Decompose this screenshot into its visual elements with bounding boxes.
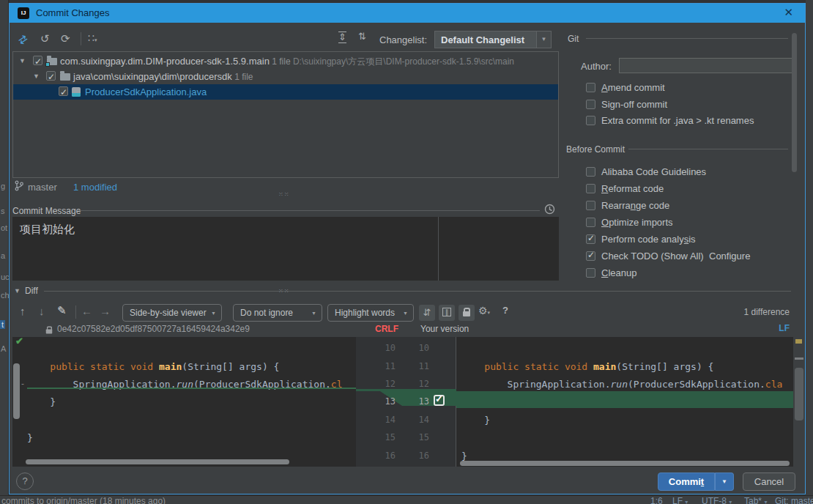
revision-hash: 0e42c07582e2d05df87500727a16459424a342e9: [57, 324, 250, 334]
configure-link[interactable]: Configure: [709, 251, 750, 262]
warning-stripe-marker[interactable]: [795, 339, 802, 344]
code-line: }: [27, 429, 356, 447]
code-line: }: [27, 393, 356, 411]
help-icon[interactable]: ?: [502, 305, 508, 316]
statusbar-indent[interactable]: Tab* ▾: [744, 496, 767, 504]
group-by-icon[interactable]: ∷▾: [88, 32, 97, 44]
intellij-logo-icon: IJ: [18, 7, 29, 19]
chevron-expanded-icon[interactable]: ▼: [19, 53, 26, 69]
ide-statusbar: commits to origin/master (18 minutes ago…: [0, 495, 813, 504]
expand-all-icon[interactable]: ⇕: [338, 32, 346, 43]
module-path: D:\suixingpay\方云项目\DIM-producer-sdk-1.5.…: [293, 56, 514, 67]
include-change-checkbox[interactable]: [434, 395, 445, 406]
checkbox[interactable]: [586, 201, 595, 210]
statusbar-caret-position[interactable]: 1:6: [650, 496, 663, 504]
left-editor-vertical-scrollbar[interactable]: [13, 363, 20, 419]
checkbox[interactable]: [586, 167, 595, 177]
include-checkbox[interactable]: [33, 56, 42, 65]
checkbox[interactable]: [586, 83, 595, 92]
right-panel-scrollbar[interactable]: [792, 33, 797, 172]
commit-dropdown-button[interactable]: ▼: [715, 472, 734, 491]
package-label: java\com\suixingpay\dim\producersdk: [73, 71, 232, 82]
checkbox-checked[interactable]: [586, 234, 595, 244]
error-stripe: [793, 337, 805, 467]
tree-row-package[interactable]: ▼ java\com\suixingpay\dim\producersdk 1 …: [13, 69, 558, 84]
code-line: public static void main(String[] args) {: [461, 357, 793, 376]
right-line-number: 12: [407, 375, 429, 393]
statusbar-message: commits to origin/master (18 minutes ago…: [1, 496, 166, 504]
checkbox[interactable]: [586, 184, 595, 193]
two-columns-view-icon[interactable]: ∥: [439, 305, 455, 321]
settings-gear-icon[interactable]: ⚙▾: [478, 305, 490, 316]
left-editor-horizontal-scrollbar[interactable]: [26, 459, 289, 464]
changelist-dropdown[interactable]: Default Changelist ▼: [434, 31, 552, 48]
right-editor-vertical-scrollbar[interactable]: [795, 368, 803, 420]
checkbox-checked[interactable]: [586, 251, 595, 261]
chevron-expanded-icon[interactable]: ▼: [33, 69, 40, 84]
commit-message-input[interactable]: 项目初始化: [12, 217, 559, 281]
left-line-number: 11: [374, 357, 396, 376]
diff-left-editor[interactable]: ✔ public static void main(String[] args)…: [12, 337, 356, 467]
fold-marker[interactable]: -: [21, 375, 24, 393]
left-line-number: 16: [374, 447, 396, 465]
refresh-icon[interactable]: ⟳: [61, 32, 70, 45]
statusbar-git-branch[interactable]: Git: maste: [775, 496, 813, 504]
left-line-number: 13: [374, 393, 396, 411]
file-label: ProducerSdkApplication.java: [85, 86, 207, 97]
added-line-highlight: [456, 391, 793, 408]
chevron-down-icon: ▼: [536, 32, 551, 48]
rollback-icon[interactable]: ↺: [40, 32, 50, 45]
dialog-title: Commit Changes: [36, 7, 109, 18]
code-line: public static void main(String[] args) {: [27, 357, 356, 376]
checkbox[interactable]: [586, 100, 595, 109]
right-version-title: Your version: [420, 324, 469, 334]
left-line-number: 10: [374, 339, 396, 357]
statusbar-encoding[interactable]: UTF-8 ▾: [702, 496, 732, 504]
changes-tree: ▼ com.suixingpay.dim.DIM-producer-sdk-1.…: [12, 51, 559, 178]
highlight-mode-dropdown[interactable]: Highlight words ▼: [327, 304, 414, 322]
tree-row-changelist[interactable]: ▼ com.suixingpay.dim.DIM-producer-sdk-1.…: [13, 53, 558, 69]
close-icon[interactable]: ✕: [784, 6, 793, 19]
left-line-number: 12: [374, 375, 396, 393]
chevron-down-icon: ▼: [211, 311, 216, 316]
diff-right-editor[interactable]: public static void main(String[] args) {…: [456, 337, 793, 467]
edit-icon[interactable]: ✎: [57, 304, 67, 317]
author-input[interactable]: [619, 58, 795, 73]
previous-difference-icon[interactable]: ↑: [20, 305, 26, 317]
help-button[interactable]: ?: [16, 472, 34, 490]
sync-scrolling-icon[interactable]: ⇵: [419, 305, 435, 321]
commit-button[interactable]: Commit: [658, 472, 715, 491]
cancel-button[interactable]: Cancel: [743, 472, 795, 491]
chevron-expanded-icon[interactable]: ▼: [14, 287, 21, 294]
before-commit-title: Before Commit: [566, 144, 625, 155]
checkbox[interactable]: [586, 268, 595, 278]
statusbar-line-ending[interactable]: LF ▾: [672, 496, 688, 504]
clipped-text: a: [1, 251, 5, 260]
insertion-point-line: [27, 388, 356, 389]
splitter-handle[interactable]: ⁙⁙: [278, 288, 289, 294]
whitespace-ignore-dropdown[interactable]: Do not ignore ▼: [233, 304, 322, 322]
history-icon[interactable]: [544, 204, 555, 215]
collapse-all-icon[interactable]: ⇅: [358, 32, 366, 42]
viewer-mode-dropdown[interactable]: Side-by-side viewer ▼: [122, 304, 222, 322]
section-rule: [77, 210, 540, 211]
next-file-arrow-icon[interactable]: →: [100, 305, 111, 317]
section-rule: [586, 38, 788, 39]
left-line-ending-label: CRLF: [375, 324, 398, 334]
next-difference-icon[interactable]: ↓: [39, 305, 45, 317]
branch-icon: [15, 180, 23, 191]
modified-files-link[interactable]: 1 modified: [73, 182, 117, 193]
clipped-text: A: [1, 344, 6, 353]
checkbox[interactable]: [586, 116, 595, 125]
checkbox[interactable]: [586, 218, 595, 227]
lock-scrolling-icon[interactable]: [459, 305, 475, 321]
include-checkbox[interactable]: [59, 86, 68, 96]
code-line: }: [461, 411, 793, 429]
right-editor-horizontal-scrollbar[interactable]: [460, 461, 790, 466]
clipped-text: ot: [1, 223, 7, 232]
previous-file-arrow-icon[interactable]: ←: [81, 305, 92, 317]
tree-row-file-selected[interactable]: ProducerSdkApplication.java: [13, 84, 558, 100]
include-checkbox[interactable]: [46, 71, 56, 81]
change-stripe-marker[interactable]: [795, 357, 803, 360]
splitter-handle[interactable]: ⁙⁙: [278, 191, 289, 198]
